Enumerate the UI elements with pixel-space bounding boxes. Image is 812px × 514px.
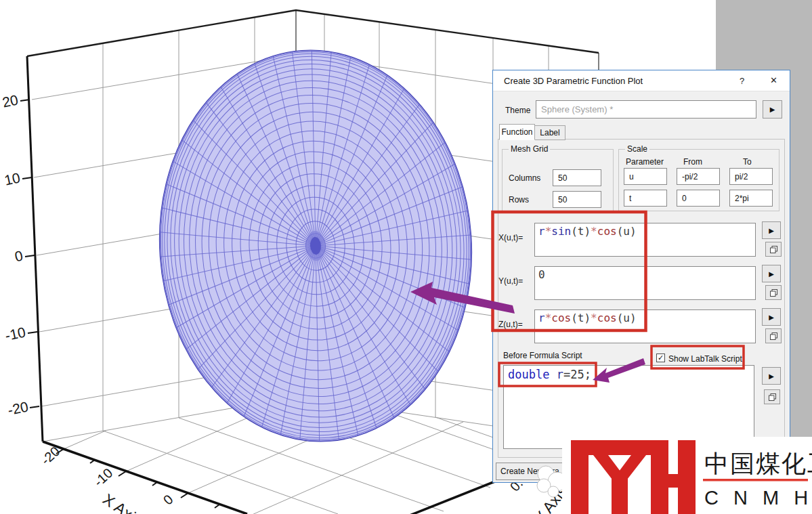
tab-label[interactable]: Label bbox=[535, 125, 565, 140]
play-icon: ▶ bbox=[770, 106, 775, 113]
x-copy-button[interactable] bbox=[765, 242, 782, 257]
script-copy-button[interactable] bbox=[764, 389, 780, 404]
create-3d-parametric-plot-dialog: Create 3D Parametric Function Plot ? ✕ T… bbox=[492, 70, 790, 483]
x-function-label: X(u,t)= bbox=[498, 233, 523, 242]
z-tick-label: -20 bbox=[6, 398, 29, 418]
tab-function[interactable]: Function bbox=[499, 124, 535, 140]
show-labtalk-label: Show LabTalk Script bbox=[668, 354, 742, 364]
z-axis-title: Z Axis Title bbox=[0, 244, 3, 322]
y-function-input[interactable]: 0 bbox=[534, 266, 756, 300]
parameter-u-input[interactable]: u bbox=[624, 168, 667, 185]
columns-input[interactable]: 50 bbox=[553, 169, 601, 186]
u-to-input[interactable]: pi/2 bbox=[729, 168, 773, 185]
play-icon: ▶ bbox=[769, 227, 774, 234]
to-header: To bbox=[743, 157, 752, 167]
x-function-input[interactable]: r*sin(t)*cos(u) bbox=[534, 223, 756, 257]
copy-icon bbox=[769, 245, 778, 254]
z-tick-label: 0 bbox=[14, 247, 24, 264]
z-function-input[interactable]: r*cos(t)*cos(u) bbox=[534, 309, 756, 343]
logo-chinese-text: 中国煤化工 bbox=[704, 450, 812, 477]
x-tick-label: -10 bbox=[91, 465, 115, 490]
create-new-graph-label: Create New Gra bbox=[500, 467, 559, 476]
script-flyout-button[interactable]: ▶ bbox=[762, 367, 781, 385]
rows-label: Rows bbox=[509, 195, 529, 205]
x-tick-label: 0 bbox=[161, 492, 176, 508]
parametric-disc-surface bbox=[146, 40, 484, 452]
t-from-input[interactable]: 0 bbox=[677, 190, 720, 207]
tab-label-label: Label bbox=[540, 128, 559, 137]
z-function-label: Z(u,t)= bbox=[498, 320, 523, 329]
play-icon: ▶ bbox=[769, 314, 774, 321]
create-new-graph-button[interactable]: Create New Gra bbox=[496, 463, 566, 480]
y-flyout-button[interactable]: ▶ bbox=[762, 265, 781, 282]
copy-icon bbox=[768, 393, 777, 402]
parameter-header: Parameter bbox=[626, 157, 664, 167]
copy-icon bbox=[769, 288, 778, 297]
rows-input[interactable]: 50 bbox=[553, 191, 601, 208]
play-icon: ▶ bbox=[769, 270, 774, 278]
parameter-t-input[interactable]: t bbox=[624, 190, 667, 207]
z-tick-label: 10 bbox=[3, 169, 22, 188]
mesh-grid-title: Mesh Grid bbox=[509, 144, 550, 154]
y-function-label: Y(u,t)= bbox=[498, 276, 523, 286]
from-header: From bbox=[683, 157, 702, 167]
z-copy-button[interactable] bbox=[765, 328, 782, 343]
close-icon[interactable]: ✕ bbox=[770, 75, 777, 85]
logo-mark bbox=[571, 440, 696, 514]
x-ticks bbox=[56, 449, 219, 508]
theme-input[interactable]: Sphere (System) * bbox=[536, 100, 756, 119]
logo-latin-text: C N M H G bbox=[704, 487, 812, 509]
columns-label: Columns bbox=[509, 173, 540, 183]
play-icon: ▶ bbox=[769, 372, 774, 380]
theme-label: Theme bbox=[505, 106, 530, 115]
checkmark-icon: ✓ bbox=[658, 354, 664, 362]
dialog-title: Create 3D Parametric Function Plot bbox=[504, 76, 643, 86]
z-tick-labels: 20 10 0 -10 -20 bbox=[1, 91, 30, 418]
z-tick-label: 20 bbox=[1, 91, 20, 110]
z-flyout-button[interactable]: ▶ bbox=[762, 308, 781, 326]
t-to-input[interactable]: 2*pi bbox=[729, 190, 773, 207]
help-button[interactable]: ? bbox=[740, 76, 744, 86]
before-formula-script-label: Before Formula Script bbox=[503, 351, 582, 360]
y-copy-button[interactable] bbox=[765, 285, 782, 300]
copy-icon bbox=[769, 332, 778, 341]
watermark-logo: 中国煤化工 C N M H G bbox=[562, 437, 812, 514]
x-flyout-button[interactable]: ▶ bbox=[762, 221, 781, 239]
u-from-input[interactable]: -pi/2 bbox=[677, 168, 720, 185]
theme-flyout-button[interactable]: ▶ bbox=[763, 100, 782, 119]
z-tick-label: -10 bbox=[3, 324, 26, 343]
logo-underline bbox=[703, 479, 808, 481]
x-axis-title: X Axis Title bbox=[100, 490, 172, 514]
show-labtalk-checkbox[interactable]: ✓ bbox=[656, 354, 665, 362]
scale-title: Scale bbox=[625, 144, 649, 154]
tab-function-label: Function bbox=[501, 127, 532, 137]
